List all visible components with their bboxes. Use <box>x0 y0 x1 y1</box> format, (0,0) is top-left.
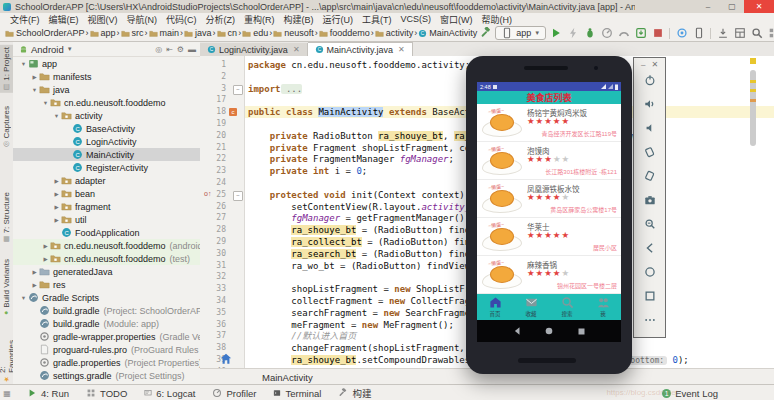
debug-icon[interactable] <box>582 26 597 40</box>
hide-panel-icon[interactable]: ▬ <box>188 45 196 54</box>
tree-item-bean[interactable]: ▶bean <box>13 187 200 200</box>
run-configuration-selector[interactable]: app▼ <box>495 26 546 40</box>
emulator-screenshot-icon[interactable] <box>634 194 665 206</box>
bottom-nav-mail[interactable]: 收藏 <box>513 294 549 320</box>
tool-strip-favorites[interactable]: ★2: Favorites <box>0 338 13 385</box>
tree-item-cn-edu-neusoft-fooddemo[interactable]: ▼cn.edu.neusoft.fooddemo <box>13 96 200 109</box>
tree-item-app[interactable]: ▼app <box>13 57 200 70</box>
profiler-icon[interactable] <box>616 26 631 40</box>
emulator-back-icon[interactable] <box>634 242 665 254</box>
class-gutter-icon[interactable]: c <box>229 108 237 116</box>
tree-item-util[interactable]: ▶util <box>13 213 200 226</box>
tree-chevron[interactable]: ▼ <box>30 87 39 93</box>
statusbar-item-logcat[interactable]: 6: Logcat <box>143 386 195 400</box>
menu-item[interactable]: 分析(Z) <box>202 13 240 26</box>
tree-item-baseactivity[interactable]: CBaseActivity <box>13 122 200 135</box>
tab-close-icon[interactable]: ✕ <box>398 45 405 54</box>
shop-list-item[interactable]: ~懒蛋~ 麻辣香锅 ★★★★★ 锦州花园区一号楼二层 <box>477 256 621 294</box>
fold-marker[interactable]: − <box>233 191 243 201</box>
run-icon[interactable] <box>548 26 563 40</box>
event-log-label[interactable]: Event Log <box>675 388 718 399</box>
stop-icon[interactable] <box>650 26 665 40</box>
make-project-icon[interactable] <box>478 26 493 40</box>
shop-list-item[interactable]: ~懒蛋~ 杨铭宇黄焖鸡米饭 ★★★★★ 青岛经济开发区长江路119号 <box>477 104 621 142</box>
tree-item-mainactivity[interactable]: CMainActivity <box>13 148 200 161</box>
tree-item-cn-edu-neusoft-fooddemo[interactable]: ▶cn.edu.neusoft.fooddemo(androidTest) <box>13 239 200 252</box>
emulator-home-icon[interactable] <box>634 266 665 278</box>
tree-item-loginactivity[interactable]: CLoginActivity <box>13 135 200 148</box>
nav-back-icon[interactable] <box>512 326 522 336</box>
sdk-manager-icon[interactable] <box>715 26 730 40</box>
emulator-volume-down-icon[interactable] <box>634 122 665 134</box>
attach-debugger-icon[interactable] <box>674 26 689 40</box>
toolwindow-toggle-icon[interactable]: ▦ <box>0 389 14 398</box>
nav-overview-icon[interactable] <box>577 327 586 336</box>
tree-item-foodapplication[interactable]: CFoodApplication <box>13 226 200 239</box>
breadcrumb-item-fooddemo[interactable]: fooddemo <box>318 28 371 38</box>
tree-item-generatedjava[interactable]: ▶generatedJava <box>13 265 200 278</box>
tree-item-manifests[interactable]: ▶manifests <box>13 70 200 83</box>
project-view-selector[interactable]: Android <box>31 44 64 55</box>
shop-list-item[interactable]: ~懒蛋~ 泡馍肉 ★★★★★ 长江路301栋楼附近 -栋121 <box>477 142 621 180</box>
tree-item-activity[interactable]: ▼activity <box>13 109 200 122</box>
menu-item[interactable]: 运行(U) <box>319 13 358 26</box>
emulator-minimize-button[interactable]: – <box>641 60 645 69</box>
emulator-volume-up-icon[interactable] <box>634 98 665 110</box>
tree-chevron[interactable]: ▶ <box>41 256 50 262</box>
breadcrumb-item-mainactivity[interactable]: CMainActivity <box>417 28 478 38</box>
menu-item[interactable]: 窗口(W) <box>436 13 477 26</box>
emulator-rotate-left-icon[interactable] <box>634 146 665 158</box>
menu-item[interactable]: 帮助(H) <box>478 13 517 26</box>
tool-strip-project[interactable]: ▤1: Project <box>0 45 13 93</box>
tree-chevron[interactable]: ▼ <box>19 61 28 67</box>
tab-close-icon[interactable]: ✕ <box>293 45 300 54</box>
close-button[interactable]: ✕ <box>744 0 774 13</box>
locate-icon[interactable]: ◎ <box>155 45 162 54</box>
emulator-close-button[interactable]: ✕ <box>651 60 658 69</box>
statusbar-item-terminal[interactable]: Terminal <box>272 386 321 400</box>
emulator-rotate-right-icon[interactable] <box>634 170 665 182</box>
emulator-power-icon[interactable] <box>634 74 665 86</box>
nav-home-icon[interactable] <box>544 326 554 336</box>
emulator-overview-icon[interactable] <box>634 290 665 302</box>
tree-item-gradle-properties[interactable]: gradle.properties(Project Properties) <box>13 356 200 369</box>
editor-scrollbar[interactable] <box>749 58 757 364</box>
tree-chevron[interactable]: ▼ <box>19 295 28 301</box>
tool-strip-structure[interactable]: ▦7: Structure <box>0 190 13 245</box>
tree-chevron[interactable]: ▶ <box>41 243 50 249</box>
bottom-nav-search[interactable]: 搜索 <box>549 294 585 320</box>
minimize-button[interactable]: – <box>696 0 720 13</box>
search-everywhere-icon[interactable] <box>749 26 764 40</box>
statusbar-item-todo[interactable]: TODO <box>85 386 127 400</box>
tree-item-gradle-scripts[interactable]: ▼Gradle Scripts <box>13 291 200 304</box>
emulator-more-icon[interactable] <box>634 314 665 326</box>
tree-chevron[interactable]: ▶ <box>52 204 61 210</box>
bottom-nav-people[interactable]: 我 <box>585 294 621 320</box>
device-file-explorer-icon[interactable] <box>732 26 747 40</box>
statusbar-item-run[interactable]: 4: Run <box>26 386 69 400</box>
tree-chevron[interactable]: ▶ <box>52 217 61 223</box>
tree-chevron[interactable]: ▶ <box>30 282 39 288</box>
profile-icon[interactable] <box>599 26 614 40</box>
breadcrumb-item-java[interactable]: java <box>183 28 213 38</box>
menu-item[interactable]: 导航(N) <box>123 13 162 26</box>
emulator-zoom-icon[interactable] <box>634 218 665 230</box>
breadcrumb-item-schoolorderapp[interactable]: SchoolOrderAPP <box>4 28 86 38</box>
collapse-all-icon[interactable]: ⇤ <box>166 45 173 54</box>
statusbar-item-profiler[interactable]: Profiler <box>211 386 256 400</box>
tree-chevron[interactable]: ▼ <box>41 100 50 106</box>
breadcrumb-item-neusoft[interactable]: neusoft <box>272 28 315 38</box>
override-gutter-icon[interactable]: o↑ <box>204 190 211 197</box>
breadcrumb-item-src[interactable]: src <box>120 28 145 38</box>
breadcrumb-item-edu[interactable]: edu <box>241 28 269 38</box>
tool-strip-captures[interactable]: ◎Captures <box>0 104 13 150</box>
tree-chevron[interactable]: ▶ <box>52 191 61 197</box>
shop-list-item[interactable]: ~懒蛋~ 华莱士 ★★★★★ 居民小区 <box>477 218 621 256</box>
breadcrumb-item-main[interactable]: main <box>148 28 181 38</box>
apply-changes-icon[interactable] <box>565 26 580 40</box>
menu-item[interactable]: VCS(S) <box>397 14 436 24</box>
tree-item-res[interactable]: ▶res <box>13 278 200 291</box>
menu-item[interactable]: 编辑(E) <box>45 13 83 26</box>
statusbar-item-build[interactable]: 构建 <box>337 386 371 400</box>
tree-item-build-gradle[interactable]: build.gradle(Module: app) <box>13 317 200 330</box>
